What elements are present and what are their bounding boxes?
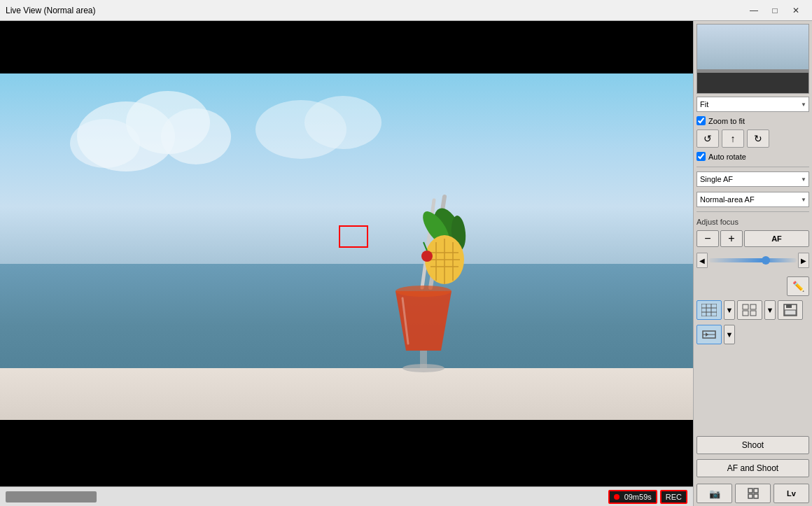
picker-row: ✏️ — [696, 276, 809, 296]
lv-btn[interactable]: Lv — [774, 484, 809, 503]
shoot-button[interactable]: Shoot — [696, 436, 809, 454]
status-bar-right: 09m59s REC — [608, 490, 687, 504]
auto-rotate-row: Auto rotate — [696, 150, 809, 162]
zoom-to-fit-checkbox[interactable] — [696, 116, 706, 125]
svg-point-18 — [421, 251, 433, 262]
status-bar: 09m59s REC — [0, 486, 693, 506]
focus-btn-row: − + AF — [696, 230, 809, 247]
divider-2 — [696, 211, 809, 212]
rotate-ccw-icon-btn[interactable]: ↻ — [747, 129, 769, 148]
camera-icon-btn[interactable]: 📷 — [696, 484, 732, 503]
auto-rotate-label[interactable]: Auto rotate — [708, 153, 746, 161]
fit-row: Fit 25% 50% 100% — [696, 97, 809, 112]
auto-rotate-checkbox[interactable] — [696, 152, 706, 161]
minimize-button[interactable]: — — [743, 3, 764, 17]
window-controls: — □ ✕ — [743, 3, 806, 17]
svg-rect-30 — [743, 311, 748, 316]
svg-point-22 — [402, 364, 444, 372]
af-area-dropdown[interactable]: Normal-area AF Wide-area AF Zone AF — [696, 192, 809, 207]
focus-slider-thumb — [762, 256, 770, 265]
window-title: Live View (Normal area) — [6, 6, 743, 15]
fit-dropdown[interactable]: Fit 25% 50% 100% — [696, 97, 809, 112]
close-button[interactable]: ✕ — [785, 3, 806, 17]
table-surface — [0, 368, 693, 420]
grid-icon — [701, 304, 717, 316]
svg-rect-41 — [754, 494, 758, 498]
save-icon — [783, 304, 798, 316]
grid-alt-dropdown-arrow-btn[interactable]: ▼ — [764, 300, 776, 320]
black-bar-bottom — [0, 420, 693, 486]
spacer-2 — [696, 347, 809, 433]
rec-label: REC — [666, 493, 682, 501]
svg-marker-37 — [706, 332, 708, 337]
svg-rect-31 — [750, 311, 756, 316]
right-panel: Fit 25% 50% 100% Zoom to fit ↺ ↑ ↻ Auto … — [693, 21, 812, 506]
timer-value: 09m59s — [624, 493, 652, 501]
maximize-button[interactable]: □ — [764, 3, 785, 17]
cloud-svg-2 — [245, 87, 420, 178]
grid-dropdown-arrow-btn[interactable]: ▼ — [724, 300, 735, 320]
svg-rect-33 — [786, 304, 792, 308]
status-indicator — [6, 491, 97, 503]
focus-rectangle — [339, 225, 368, 248]
highlight-adjust-btn[interactable] — [696, 325, 722, 344]
af-point-icon — [746, 486, 760, 500]
af-area-dropdown-wrapper[interactable]: Normal-area AF Wide-area AF Zone AF — [696, 192, 809, 207]
thumb-bottom — [697, 73, 808, 93]
rotate-icon-row: ↺ ↑ ↻ — [696, 129, 809, 148]
grid-alt-btn[interactable] — [737, 300, 762, 320]
focus-slider[interactable] — [709, 258, 797, 262]
focus-minus-btn[interactable]: − — [696, 230, 719, 247]
cocktail-glass — [360, 190, 486, 379]
status-bar-left — [6, 491, 97, 503]
rec-badge: REC — [660, 490, 687, 504]
svg-rect-28 — [743, 304, 748, 309]
adjust-focus-label: Adjust focus — [696, 216, 809, 227]
main-layout: 09m59s REC Fit 25% 50% 100% — [0, 21, 812, 506]
af-mode-dropdown[interactable]: Single AF Continuous AF Manual — [696, 171, 809, 187]
af-mode-dropdown-wrapper[interactable]: Single AF Continuous AF Manual — [696, 171, 809, 187]
af-point-icon-btn[interactable] — [735, 484, 771, 503]
grid-alt-icon — [742, 304, 757, 316]
svg-point-20 — [396, 286, 451, 297]
zoom-to-fit-label[interactable]: Zoom to fit — [708, 117, 745, 125]
camera-area: 09m59s REC — [0, 21, 693, 506]
focus-left-arrow-btn[interactable]: ◀ — [696, 253, 708, 268]
rotate-cw-icon-btn[interactable]: ↑ — [722, 129, 744, 148]
grid-overlay-btn[interactable] — [696, 300, 722, 320]
adjust-icon-row: ▼ — [696, 325, 809, 344]
svg-point-2 — [70, 119, 140, 168]
svg-rect-39 — [754, 489, 758, 493]
svg-rect-23 — [701, 304, 717, 316]
focus-right-arrow-btn[interactable]: ▶ — [798, 253, 809, 268]
svg-rect-34 — [785, 310, 796, 315]
svg-point-3 — [161, 108, 231, 164]
af-and-shoot-button[interactable]: AF and Shoot — [696, 459, 809, 477]
focus-slider-row: ◀ ▶ — [696, 253, 809, 268]
title-bar: Live View (Normal area) — □ ✕ — [0, 0, 812, 21]
bottom-icon-row: 📷 Lv — [696, 484, 809, 503]
svg-rect-29 — [750, 304, 756, 309]
timer-badge: 09m59s — [608, 490, 657, 504]
zoom-to-fit-row: Zoom to fit — [696, 115, 809, 127]
eyedropper-icon-btn[interactable]: ✏️ — [787, 276, 809, 296]
thumbnail-box — [696, 24, 809, 94]
af-btn[interactable]: AF — [744, 230, 809, 247]
highlight-icon — [701, 328, 717, 341]
refresh-icon-btn[interactable]: ↺ — [696, 129, 719, 148]
grid-save-btn[interactable] — [778, 300, 803, 320]
black-bar-top — [0, 21, 693, 73]
rec-dot — [614, 494, 620, 500]
camera-image[interactable] — [0, 73, 693, 420]
thumb-sky — [697, 24, 808, 69]
divider-1 — [696, 167, 809, 167]
highlight-dropdown-arrow-btn[interactable]: ▼ — [724, 325, 735, 344]
fit-dropdown-wrapper[interactable]: Fit 25% 50% 100% — [696, 97, 809, 112]
focus-plus-btn[interactable]: + — [720, 230, 743, 247]
grid-icon-row: ▼ ▼ — [696, 300, 809, 320]
svg-rect-38 — [748, 489, 752, 493]
svg-rect-40 — [748, 494, 752, 498]
svg-point-5 — [304, 96, 382, 149]
